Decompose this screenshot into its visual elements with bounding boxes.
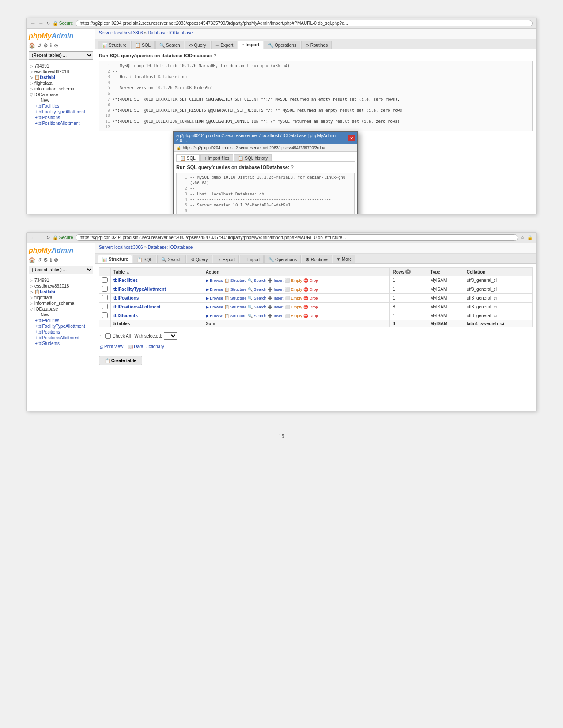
nav-back-2[interactable]: ←	[30, 235, 36, 241]
tree-tblfacilitytype-1[interactable]: +tblFacilityTypeAllottment	[34, 109, 93, 115]
structure-tblfacilities[interactable]: 📋 Structure	[224, 278, 246, 283]
link-tblfacilitytype[interactable]: tblFacilityTypeAllottment	[113, 287, 166, 292]
tree-tblpositionsallot-1[interactable]: +tblPositionsAllottment	[34, 120, 93, 126]
structure-tblpositions[interactable]: 📋 Structure	[224, 296, 246, 300]
popup-editor[interactable]: 1-- MySQL dump 10.16 Distrib 10.1.26-Mar…	[176, 173, 355, 214]
checkbox-tblfacilities[interactable]	[102, 277, 108, 283]
drop-tblstudents[interactable]: ⛔ Drop	[303, 314, 318, 318]
tree2-fastlabi[interactable]: ▷📋fastlabi	[29, 289, 93, 295]
breadcrumb-server-2[interactable]: Server: localhost:3306	[99, 245, 143, 250]
home-icon-1[interactable]: 🏠	[29, 42, 35, 49]
tab-import-1[interactable]: ↑ Import	[238, 41, 263, 49]
search-tblpositions[interactable]: 🔍 Search	[248, 296, 266, 300]
structure-tblpositionsallot[interactable]: 📋 Structure	[224, 305, 246, 309]
browse-tblpositionsallot[interactable]: ▶ Browse	[206, 305, 223, 309]
info-icon-2[interactable]: ℹ	[50, 257, 52, 263]
structure-tblfacilitytype[interactable]: 📋 Structure	[224, 287, 246, 292]
check-all-checkbox[interactable]	[105, 333, 111, 339]
tree-item-734991-1[interactable]: ▷734991	[29, 63, 93, 69]
tab2-import[interactable]: ↑ Import	[240, 255, 264, 263]
tab2-routines[interactable]: ⚙ Routines	[302, 255, 332, 263]
empty-tblfacilities[interactable]: ⬜ Empty	[285, 278, 302, 283]
tree2-new[interactable]: — New	[34, 312, 93, 318]
link-tblfacilities[interactable]: tblFacilities	[113, 278, 138, 283]
data-dict-link[interactable]: 📖 Data Dictionary	[128, 344, 164, 349]
tree2-tblpositionsallct[interactable]: +tblPositionsAllcttment	[34, 335, 93, 341]
bookmark-icon-2[interactable]: ☆	[521, 235, 525, 240]
recent-tables-select-1[interactable]: (Recent tables) ...	[29, 51, 93, 60]
url-bar-2[interactable]: https://sg2plcpnl0204.prod.sin2.securese…	[76, 234, 518, 241]
empty-tblfacilitytype[interactable]: ⬜ Empty	[285, 287, 302, 292]
tree-tblpositions-1[interactable]: +tblPositions	[34, 115, 93, 120]
exit-icon-2[interactable]: ⊗	[54, 257, 58, 263]
browse-tblfacilities[interactable]: ▶ Browse	[206, 278, 223, 283]
drop-tblpositions[interactable]: ⛔ Drop	[303, 296, 318, 300]
tree2-tblpositions[interactable]: +tblPositions	[34, 329, 93, 335]
link-tblpositionsallot[interactable]: tblPositionsAllottment	[113, 304, 161, 309]
tree2-734991[interactable]: ▷734991	[29, 278, 93, 283]
with-selected-dropdown[interactable]	[164, 332, 177, 340]
popup-close-btn[interactable]: ✕	[348, 135, 355, 141]
nav-forward[interactable]: →	[38, 20, 44, 26]
search-tblpositionsallot[interactable]: 🔍 Search	[248, 305, 266, 309]
tree-item-iodatabase-1[interactable]: ▽IODatabase	[29, 92, 93, 98]
tree2-tblfacilitytype[interactable]: +tblFacilityTypeAllottment	[34, 323, 93, 329]
tree2-essdbnew[interactable]: ▷essdbnew862018	[29, 283, 93, 289]
insert-tblstudents[interactable]: ➕ Insert	[268, 314, 283, 318]
reload-btn[interactable]: ↻	[46, 21, 50, 26]
tree-item-infschema-1[interactable]: ▷information_schema	[29, 86, 93, 92]
tree2-iodatabase[interactable]: ▽IODatabase	[29, 306, 93, 312]
nav-back[interactable]: ←	[30, 20, 36, 26]
settings-icon-2[interactable]: ⚙	[43, 257, 48, 263]
tab-search-1[interactable]: 🔍 Search	[155, 41, 184, 49]
checkbox-tblfacilitytype[interactable]	[102, 286, 108, 292]
drop-tblfacilitytype[interactable]: ⛔ Drop	[303, 287, 318, 292]
empty-tblpositionsallot[interactable]: ⬜ Empty	[285, 305, 302, 309]
empty-tblstudents[interactable]: ⬜ Empty	[285, 314, 302, 318]
tree-item-essdbnew-1[interactable]: ▷essdbnew862018	[29, 69, 93, 75]
insert-tblfacilities[interactable]: ➕ Insert	[268, 278, 283, 283]
browse-tblstudents[interactable]: ▶ Browse	[206, 314, 223, 318]
reload-btn-2[interactable]: ↻	[46, 235, 50, 240]
check-all-btn[interactable]: Check All	[105, 333, 131, 339]
tree-tblfacilities-1[interactable]: +tblFacilities	[34, 103, 93, 109]
tab-export-1[interactable]: → Export	[211, 41, 238, 49]
tab2-export[interactable]: → Export	[213, 255, 239, 263]
tree2-infschema[interactable]: ▷information_schema	[29, 300, 93, 306]
breadcrumb-db-2[interactable]: Database: IODatabase	[148, 245, 193, 250]
tree2-flightdata[interactable]: ▷flightdata	[29, 295, 93, 300]
tab2-operations[interactable]: 🔧 Operations	[264, 255, 301, 263]
breadcrumb-server-1[interactable]: Server: localhost:3306	[99, 30, 143, 35]
tree-item-fastlabi-1[interactable]: ▷📋fastlabi	[29, 75, 93, 80]
tab-structure-1[interactable]: 📊 Structure	[98, 41, 130, 49]
tab-query-1[interactable]: ⚙ Query	[185, 41, 210, 49]
tab-operations-1[interactable]: 🔧 Operations	[264, 41, 300, 49]
tab2-search[interactable]: 🔍 Search	[157, 255, 185, 263]
rows-question-icon[interactable]: ?	[405, 269, 411, 274]
recent-tables-select-2[interactable]: (Recent tables) ...	[29, 266, 93, 274]
link-tblstudents[interactable]: tblStudents	[113, 313, 138, 318]
sql-editor-1[interactable]: 1-- MySQL dump 10.16 Distrib 10.1.26-Mar…	[99, 61, 533, 131]
search-tblfacilitytype[interactable]: 🔍 Search	[248, 287, 266, 292]
tab-sql-1[interactable]: 📋 SQL	[131, 41, 155, 49]
insert-tblpositions[interactable]: ➕ Insert	[268, 296, 283, 300]
checkbox-tblpositionsallot[interactable]	[102, 304, 108, 309]
tree-item-flightdata-1[interactable]: ▷flightdata	[29, 80, 93, 86]
url-bar-1[interactable]: https://sg2plcpnl0204.prod.sin2.securese…	[76, 20, 533, 26]
col-table[interactable]: Table ▲	[111, 268, 203, 276]
exit-icon-1[interactable]: ⊗	[54, 42, 58, 49]
tree2-tblstudents[interactable]: +tblStudents	[34, 341, 93, 346]
empty-tblpositions[interactable]: ⬜ Empty	[285, 296, 302, 300]
search-tblfacilities[interactable]: 🔍 Search	[248, 278, 266, 283]
search-tblstudents[interactable]: 🔍 Search	[248, 314, 266, 318]
tab-routines-1[interactable]: ⚙ Routines	[301, 41, 332, 49]
checkbox-tblstudents[interactable]	[102, 312, 108, 318]
print-view-link[interactable]: 🖨 Print view	[99, 344, 123, 349]
create-table-btn[interactable]: 📋 Create table	[99, 356, 142, 365]
reload-icon-1[interactable]: ↺	[37, 42, 42, 49]
insert-tblfacilitytype[interactable]: ➕ Insert	[268, 287, 283, 292]
tree-new-1[interactable]: — New	[34, 98, 93, 103]
breadcrumb-db-1[interactable]: Database: IODatabase	[148, 30, 193, 35]
checkbox-tblpositions[interactable]	[102, 295, 108, 300]
reload-icon-2[interactable]: ↺	[37, 257, 42, 263]
